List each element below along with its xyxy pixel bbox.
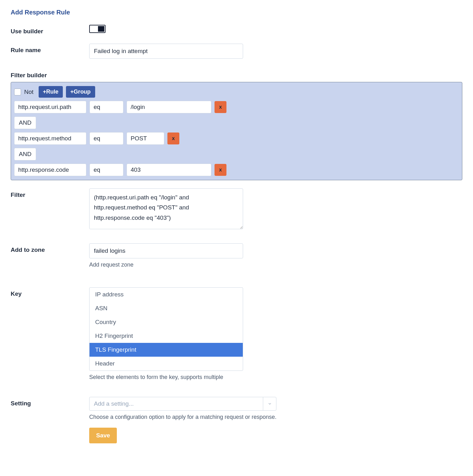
filter-builder-panel: Not +Rule +Group x AND x AND x bbox=[11, 82, 462, 180]
rule-field-input[interactable] bbox=[14, 132, 86, 145]
not-label: Not bbox=[24, 89, 34, 95]
rule-value-input[interactable] bbox=[127, 101, 211, 113]
key-helper: Select the elements to form the key, sup… bbox=[89, 373, 243, 381]
rule-op-input[interactable] bbox=[90, 132, 123, 145]
rule-row: x bbox=[14, 101, 459, 113]
add-to-zone-label: Add to zone bbox=[11, 243, 89, 253]
delete-rule-button[interactable]: x bbox=[215, 164, 226, 176]
conjunction-selector[interactable]: AND bbox=[14, 116, 36, 129]
rule-op-input[interactable] bbox=[90, 101, 123, 113]
add-to-zone-input[interactable] bbox=[89, 243, 243, 258]
add-rule-button[interactable]: +Rule bbox=[39, 86, 63, 98]
rule-value-input[interactable] bbox=[127, 164, 211, 176]
key-listbox[interactable]: IP addressASNCountryH2 FingerprintTLS Fi… bbox=[89, 287, 243, 371]
conjunction-selector[interactable]: AND bbox=[14, 148, 36, 160]
key-option[interactable]: ASN bbox=[90, 301, 243, 315]
setting-label: Setting bbox=[11, 397, 89, 407]
key-option[interactable]: Header bbox=[90, 357, 243, 371]
rule-row: x bbox=[14, 164, 459, 176]
key-label: Key bbox=[11, 287, 89, 297]
key-option[interactable]: H2 Fingerprint bbox=[90, 329, 243, 343]
delete-rule-button[interactable]: x bbox=[167, 133, 179, 144]
key-option[interactable]: Country bbox=[90, 315, 243, 329]
not-checkbox[interactable] bbox=[14, 89, 21, 95]
rule-field-input[interactable] bbox=[14, 101, 86, 113]
rule-value-input[interactable] bbox=[127, 132, 164, 145]
delete-rule-button[interactable]: x bbox=[215, 101, 226, 113]
filter-textarea[interactable] bbox=[89, 188, 243, 229]
key-option[interactable]: IP address bbox=[90, 288, 243, 301]
page-title: Add Response Rule bbox=[11, 9, 462, 16]
save-button[interactable]: Save bbox=[89, 428, 117, 443]
chevron-down-icon bbox=[263, 397, 276, 410]
rule-name-label: Rule name bbox=[11, 44, 89, 54]
rule-name-input[interactable] bbox=[89, 44, 243, 59]
add-group-button[interactable]: +Group bbox=[66, 86, 95, 98]
setting-placeholder: Add a setting... bbox=[90, 397, 263, 410]
rule-row: x bbox=[14, 132, 459, 145]
rule-field-input[interactable] bbox=[14, 164, 86, 176]
use-builder-label: Use builder bbox=[11, 25, 89, 35]
setting-helper: Choose a configuration option to apply f… bbox=[89, 413, 276, 421]
use-builder-toggle[interactable] bbox=[89, 25, 106, 33]
filter-label: Filter bbox=[11, 188, 89, 198]
key-option[interactable]: TLS Fingerprint bbox=[90, 343, 243, 357]
rule-op-input[interactable] bbox=[90, 164, 123, 176]
filter-builder-label: Filter builder bbox=[11, 72, 462, 79]
setting-select[interactable]: Add a setting... bbox=[89, 397, 276, 411]
add-to-zone-helper: Add request zone bbox=[89, 261, 243, 268]
